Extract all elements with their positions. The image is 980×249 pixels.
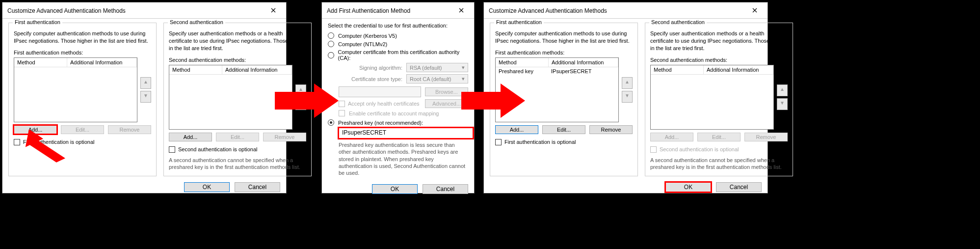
- second-auth-group: Second authentication Specify user authe…: [645, 23, 793, 176]
- ok-button[interactable]: OK: [372, 184, 418, 194]
- dialog-add-first-auth: Add First Authentication Method Select t…: [321, 2, 475, 194]
- move-up-button[interactable]: ▲: [777, 84, 788, 96]
- health-cert-checkbox: [339, 101, 345, 107]
- first-methods-label: First authentication methods:: [495, 50, 633, 55]
- edit-button[interactable]: Edit...: [697, 133, 741, 141]
- col-addl[interactable]: Additional Information: [67, 58, 137, 67]
- radio-cert[interactable]: [328, 52, 334, 58]
- col-method[interactable]: Method: [496, 58, 549, 67]
- signing-label: Signing algorithm:: [339, 65, 402, 71]
- remove-button[interactable]: Remove: [263, 133, 306, 141]
- ok-button[interactable]: OK: [665, 182, 711, 192]
- add-button[interactable]: Add...: [169, 133, 212, 141]
- move-up-button[interactable]: ▲: [140, 77, 151, 89]
- move-up-button[interactable]: ▲: [622, 77, 633, 89]
- flow-arrow-icon: [461, 74, 525, 128]
- first-auth-desc: Specify computer authentication methods …: [495, 30, 633, 45]
- remove-button[interactable]: Remove: [589, 125, 633, 134]
- cancel-button[interactable]: Cancel: [423, 184, 468, 194]
- remove-button[interactable]: Remove: [108, 125, 151, 134]
- move-down-button[interactable]: ▼: [622, 91, 633, 103]
- first-optional-checkbox[interactable]: [14, 139, 20, 145]
- second-auth-note: A second authentication cannot be specif…: [169, 157, 306, 171]
- col-addl[interactable]: Additional Information: [704, 65, 773, 74]
- close-icon[interactable]: [746, 5, 764, 16]
- col-addl[interactable]: Additional Information: [222, 65, 292, 74]
- intro-text: Select the credential to use for first a…: [328, 23, 468, 28]
- titlebar: Add First Authentication Method: [322, 2, 474, 19]
- signing-select: RSA (default)▾: [406, 63, 468, 72]
- move-down-button[interactable]: ▼: [140, 91, 151, 103]
- dialog-title: Customize Advanced Authentication Method…: [489, 7, 607, 14]
- cancel-button[interactable]: Cancel: [716, 182, 762, 192]
- second-optional-label: Second authentication is optional: [660, 146, 739, 152]
- col-addl[interactable]: Additional Information: [549, 58, 618, 67]
- annotation-arrow-icon: [22, 125, 81, 174]
- store-label: Certificate store type:: [339, 76, 402, 82]
- cert-mapping-checkbox: [339, 110, 345, 116]
- second-auth-legend: Second authentication: [649, 19, 707, 25]
- second-auth-legend: Second authentication: [168, 19, 225, 25]
- dialog-customize-auth-1: Customize Advanced Authentication Method…: [2, 2, 287, 194]
- dialog-title: Customize Advanced Authentication Method…: [7, 7, 126, 14]
- titlebar: Customize Advanced Authentication Method…: [484, 2, 768, 19]
- cert-mapping-label: Enable certificate to account mapping: [349, 111, 439, 116]
- radio-kerberos-label: Computer (Kerberos V5): [338, 33, 397, 39]
- radio-ntlm[interactable]: [328, 41, 334, 47]
- edit-button[interactable]: Edit...: [542, 125, 585, 134]
- second-auth-desc: Specify user authentication methods or a…: [650, 30, 788, 52]
- dialog-customize-auth-2: Customize Advanced Authentication Method…: [483, 2, 768, 194]
- second-methods-label: Second authentication methods:: [169, 57, 306, 63]
- second-methods-label: Second authentication methods:: [650, 57, 788, 63]
- ca-path-input: [339, 86, 421, 97]
- ok-button[interactable]: OK: [184, 182, 230, 192]
- titlebar: Customize Advanced Authentication Method…: [2, 2, 286, 19]
- edit-button[interactable]: Edit...: [216, 133, 259, 141]
- cancel-button[interactable]: Cancel: [235, 182, 280, 192]
- health-cert-label: Accept only health certificates: [348, 101, 420, 107]
- move-down-button[interactable]: ▼: [777, 98, 788, 110]
- flow-arrow-icon: [275, 74, 339, 128]
- remove-button[interactable]: Remove: [744, 133, 788, 141]
- col-method[interactable]: Method: [169, 65, 222, 74]
- svg-marker-0: [22, 125, 65, 171]
- radio-psk-label: Preshared key (not recommended):: [338, 120, 423, 126]
- first-methods-list[interactable]: Method Additional Information: [14, 57, 137, 122]
- second-optional-label: Second authentication is optional: [178, 146, 257, 152]
- second-methods-list[interactable]: Method Additional Information: [650, 65, 774, 130]
- close-icon[interactable]: [265, 5, 282, 16]
- radio-kerberos[interactable]: [328, 32, 334, 39]
- col-method[interactable]: Method: [14, 58, 67, 67]
- store-select: Root CA (default)▾: [406, 74, 468, 83]
- col-method[interactable]: Method: [651, 65, 704, 74]
- radio-ntlm-label: Computer (NTLMv2): [338, 41, 387, 47]
- svg-marker-2: [461, 83, 525, 118]
- svg-marker-1: [275, 83, 339, 118]
- psk-warning: Preshared key authentication is less sec…: [339, 141, 468, 176]
- first-optional-label: First authentication is optional: [504, 139, 576, 145]
- second-auth-note: A second authentication cannot be specif…: [650, 157, 788, 171]
- add-button[interactable]: Add...: [650, 133, 693, 141]
- first-auth-legend: First authentication: [494, 19, 544, 25]
- second-methods-list[interactable]: Method Additional Information: [169, 65, 292, 130]
- psk-input[interactable]: IPsuperSECRET: [339, 128, 473, 138]
- first-methods-label: First authentication methods:: [14, 50, 151, 55]
- first-auth-legend: First authentication: [13, 19, 62, 25]
- close-icon[interactable]: [452, 5, 470, 16]
- second-optional-checkbox: [650, 146, 657, 153]
- second-optional-checkbox[interactable]: [169, 146, 175, 153]
- first-auth-desc: Specify computer authentication methods …: [14, 30, 151, 45]
- dialog-title: Add First Authentication Method: [327, 7, 410, 14]
- radio-cert-label: Computer certificate from this certifica…: [338, 49, 468, 61]
- first-optional-checkbox[interactable]: [495, 139, 502, 145]
- row-addl: IPsuperSECRET: [548, 67, 618, 75]
- second-auth-desc: Specify user authentication methods or a…: [169, 30, 306, 52]
